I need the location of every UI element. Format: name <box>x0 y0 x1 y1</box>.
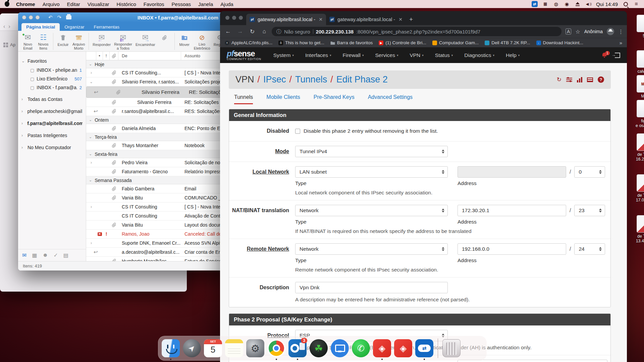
tasks-icon[interactable]: ✓ <box>53 252 58 258</box>
close-button[interactable] <box>225 16 229 20</box>
tab-close-icon[interactable]: ✕ <box>398 17 402 22</box>
reload-button[interactable]: ↻ <box>248 28 257 35</box>
zoom-button[interactable] <box>239 16 243 20</box>
forward-arrow-icon[interactable]: › <box>8 23 10 29</box>
expand-cell[interactable]: › <box>86 70 96 75</box>
nav-help[interactable]: Help▾ <box>506 52 520 58</box>
minimize-button[interactable] <box>232 16 236 20</box>
list-item[interactable]: ↩Silvanio FerreiraRE: Solicitações proje… <box>86 86 239 98</box>
ribbon-attachment-button[interactable] <box>157 32 172 51</box>
bookmark-item[interactable]: ôThis is how to get... <box>278 40 324 45</box>
column-unread[interactable]: • <box>96 52 103 60</box>
desktop-file-icon[interactable]: MLML <box>630 75 644 99</box>
ribbon-forward-button[interactable]: ✉→Encaminhar <box>134 32 157 51</box>
local-network-prefix-input[interactable]: 0 <box>574 166 605 178</box>
mail-tab-página-inicial[interactable]: Página Inicial <box>21 23 60 31</box>
ribbon-junk-button[interactable]: ⊘Lixo Eletrônico <box>192 32 212 51</box>
tab-pre-shared-keys[interactable]: Pre-Shared Keys <box>314 94 355 104</box>
nvidia-eye-icon[interactable]: ◉ <box>564 1 570 7</box>
description-input[interactable]: Vpn Dnk <box>295 282 448 293</box>
desktop-file-icon[interactable]: fig- e osasco <box>630 100 644 128</box>
dock-notes-icon[interactable] <box>225 339 243 357</box>
dock-anydesk-icon[interactable]: ◈ <box>373 339 391 357</box>
expand-cell[interactable]: › <box>86 160 96 165</box>
ribbon-archive-button[interactable]: Arquivo Morto <box>71 32 87 51</box>
menubar-item-arquivo[interactable]: Arquivo <box>43 1 60 7</box>
nat-address-input[interactable]: 172.30.20.1 <box>458 205 566 216</box>
undo-icon[interactable]: ↶ <box>48 14 53 20</box>
nav-status[interactable]: Status▾ <box>435 52 453 58</box>
ribbon-move-button[interactable]: Mover <box>177 32 192 51</box>
eject-icon[interactable] <box>575 1 581 7</box>
bookmark-star-icon[interactable]: ☆ <box>575 28 580 35</box>
mail-icon[interactable]: ✉ <box>22 252 26 258</box>
breadcrumb-link-edit-phase-2[interactable]: Edit Phase 2 <box>336 74 388 85</box>
desktop-file-icon[interactable]: 5 <box>630 15 644 38</box>
mode-select[interactable]: Tunnel IPv4 <box>295 146 448 157</box>
dock-chrome-icon[interactable] <box>267 339 285 357</box>
column-de[interactable]: De <box>118 52 181 60</box>
remote-network-type-select[interactable]: Network <box>295 243 448 255</box>
dock-finder-icon[interactable] <box>162 339 180 357</box>
sidebar-account[interactable]: ›f.parra@alpitelbrasil.com... <box>18 119 86 128</box>
nav-interfaces[interactable]: Interfaces▾ <box>305 52 331 58</box>
pfsense-logo[interactable]: pfsense COMMUNITY EDITION <box>227 50 261 61</box>
sidebar-folder[interactable]: ▢INBOX - phelipe.an...1 <box>18 66 86 74</box>
expand-cell[interactable]: › <box>86 241 96 245</box>
mail-traffic-lights[interactable] <box>22 15 40 19</box>
menubar-item-favoritos[interactable]: Favoritos <box>144 1 164 7</box>
dock-clover-icon[interactable]: ☘ <box>310 339 328 357</box>
desktop-file-icon[interactable]: de Tela 17.01.50 <box>630 174 644 202</box>
dock-trash-icon[interactable] <box>442 339 461 357</box>
expand-cell[interactable]: ⌄ <box>86 79 96 84</box>
dock-teamviewer-icon[interactable]: ⇄ <box>415 339 433 357</box>
minimize-button[interactable] <box>29 15 33 19</box>
status-refresh-icon[interactable]: ↻ <box>557 76 561 83</box>
nav-system[interactable]: System▾ <box>273 52 294 58</box>
teamviewer-menu-icon[interactable]: ⇄ <box>532 1 538 7</box>
breadcrumb-link-ipsec[interactable]: IPsec <box>263 74 286 85</box>
sidebar-account[interactable]: ›Pastas Inteligentes <box>18 131 86 140</box>
remote-network-prefix-input[interactable]: 24 <box>574 243 605 255</box>
security-label[interactable]: Não seguro <box>284 29 310 35</box>
chrome-menu-icon[interactable]: ⋮ <box>618 28 624 35</box>
zoom-button[interactable] <box>36 15 40 19</box>
calendar-icon[interactable]: ▦ <box>32 252 37 258</box>
menubar-item-janela[interactable]: Janela <box>198 1 213 7</box>
chrome-traffic-lights[interactable] <box>225 16 243 20</box>
desktop-file-icon[interactable]: de Tela 16.28.04 <box>630 133 644 162</box>
browser-tab[interactable]: pfgateway.alpitelbrasil.local - VP✕ <box>246 14 326 25</box>
new-tab-button[interactable]: + <box>409 16 413 23</box>
dock-screen-sharing-icon[interactable] <box>331 339 349 357</box>
bookmark-item[interactable]: Computador Gam... <box>432 40 479 45</box>
spotlight-search-icon[interactable] <box>623 1 629 7</box>
menubar-item-visualizar[interactable]: Visualizar <box>88 1 109 7</box>
ribbon-delete-button[interactable]: Excluir <box>55 32 71 51</box>
column-importance[interactable]: ! <box>103 52 110 60</box>
sidebar-section-favoritos[interactable]: ⌄Favoritos <box>18 56 86 66</box>
menubar-item-editar[interactable]: Editar <box>67 1 80 7</box>
column-expand[interactable] <box>86 52 96 60</box>
sidebar-folder[interactable]: ▢Lixo Eletrônico507 <box>18 74 86 83</box>
bookmark-item[interactable]: Dell 4TB 7.2K RP... <box>485 40 530 45</box>
notes-icon[interactable]: ▤ <box>63 252 68 258</box>
sidebar-account[interactable]: ›phelipe.antocheski@gmail... <box>18 107 86 116</box>
nat-type-select[interactable]: Network <box>295 205 448 216</box>
log-icon[interactable] <box>587 77 593 82</box>
incognito-avatar[interactable] <box>607 28 614 35</box>
volume-icon[interactable]: ◄)) <box>585 1 591 7</box>
bookmark-item[interactable]: Barra de favoritos <box>330 40 373 45</box>
people-icon[interactable]: ☻ <box>43 252 48 258</box>
dock-calendar-icon[interactable]: SET5 <box>204 339 222 357</box>
local-network-type-select[interactable]: LAN subnet <box>295 166 448 178</box>
ribbon-reply-all-button[interactable]: ✉⇇Responder a Todos <box>112 32 134 51</box>
ribbon-reply-button[interactable]: ✉←Responder <box>91 32 112 51</box>
menubar-item-ajuda[interactable]: Ajuda <box>220 1 233 7</box>
nat-prefix-input[interactable]: 23 <box>574 205 605 216</box>
logout-icon[interactable] <box>615 53 620 58</box>
close-button[interactable] <box>22 15 26 19</box>
menubar-item-histórico[interactable]: Histórico <box>117 1 136 7</box>
desktop-file-icon[interactable]: calweb <box>630 50 644 74</box>
expand-cell[interactable]: › <box>86 204 96 209</box>
tab-advanced-settings[interactable]: Advanced Settings <box>368 94 413 104</box>
